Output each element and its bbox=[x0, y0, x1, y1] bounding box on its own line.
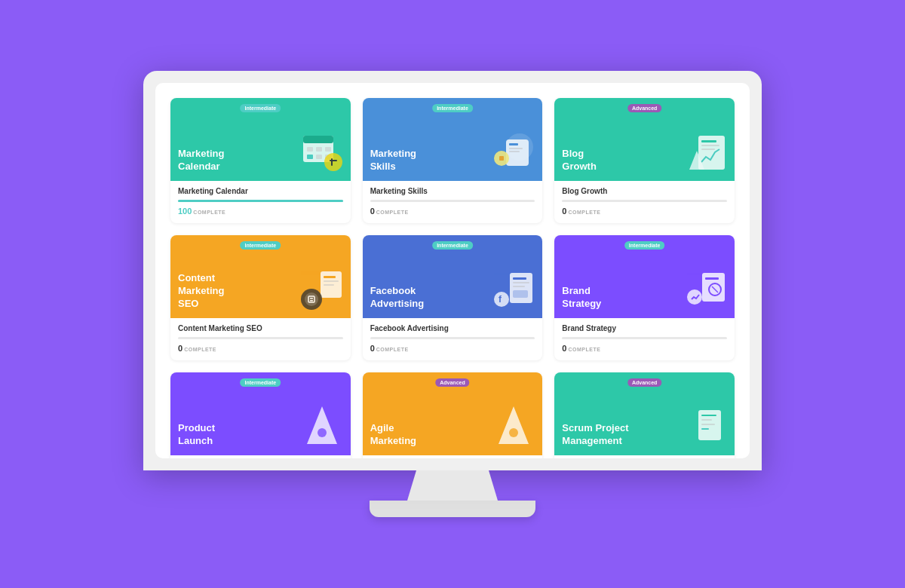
screen-content[interactable]: Intermediate MarketingCalendar bbox=[155, 83, 750, 458]
svg-rect-40 bbox=[705, 277, 719, 280]
svg-rect-13 bbox=[509, 143, 518, 145]
progress-number: 0 bbox=[370, 207, 375, 216]
progress-label: COMPLETE bbox=[193, 210, 225, 215]
course-name: Marketing Skills bbox=[370, 187, 535, 195]
card-thumbnail: Intermediate FacebookAdvertising f bbox=[363, 235, 543, 318]
card-badge: Intermediate bbox=[241, 241, 281, 250]
card-illustration bbox=[299, 258, 345, 318]
svg-rect-30 bbox=[310, 298, 313, 299]
svg-rect-5 bbox=[307, 155, 313, 159]
card-thumb-title: FacebookAdvertising bbox=[370, 285, 425, 311]
card-thumbnail: Intermediate MarketingCalendar bbox=[170, 98, 351, 181]
progress-fill bbox=[178, 200, 343, 202]
card-illustration bbox=[683, 121, 729, 181]
svg-rect-14 bbox=[509, 148, 523, 149]
card-illustration bbox=[683, 395, 729, 455]
course-card-agile-marketing[interactable]: Advanced AgileMarketing Agile Marketing bbox=[363, 372, 543, 458]
monitor: Intermediate MarketingCalendar bbox=[143, 71, 762, 517]
course-card-marketing-calendar[interactable]: Intermediate MarketingCalendar bbox=[170, 98, 351, 223]
svg-rect-9 bbox=[331, 158, 333, 166]
progress-label: COMPLETE bbox=[568, 347, 600, 352]
svg-rect-17 bbox=[499, 156, 504, 161]
card-thumb-title: MarketingCalendar bbox=[178, 148, 224, 173]
card-thumbnail: Intermediate ProductLaunch bbox=[170, 372, 351, 455]
course-card-brand-strategy[interactable]: Intermediate BrandStrategy bbox=[554, 235, 735, 360]
course-card-product-launch[interactable]: Intermediate ProductLaunch Product Launc… bbox=[170, 372, 351, 458]
svg-rect-34 bbox=[513, 282, 529, 283]
course-name: Blog Growth bbox=[562, 187, 727, 195]
card-thumbnail: Intermediate MarketingSkills bbox=[363, 98, 543, 181]
progress-stats: 0 COMPLETE bbox=[562, 344, 727, 353]
svg-rect-33 bbox=[513, 277, 526, 280]
course-card-marketing-skills[interactable]: Intermediate MarketingSkills bbox=[363, 98, 543, 223]
svg-rect-1 bbox=[303, 136, 333, 143]
card-body: Facebook Advertising 0 COMPLETE bbox=[363, 318, 543, 360]
progress-label: COMPLETE bbox=[376, 347, 409, 352]
card-thumb-title: AgileMarketing bbox=[370, 422, 416, 448]
card-thumb-title: Scrum ProjectManagement bbox=[562, 422, 628, 448]
progress-stats: 0 COMPLETE bbox=[562, 207, 727, 216]
svg-rect-31 bbox=[310, 300, 313, 302]
course-card-blog-growth[interactable]: Advanced BlogGrowth bbox=[554, 98, 735, 223]
monitor-base bbox=[370, 501, 535, 517]
card-body: Product Launch bbox=[170, 455, 351, 458]
progress-stats: 100 COMPLETE bbox=[178, 207, 343, 216]
card-illustration bbox=[683, 258, 729, 318]
progress-stats: 0 COMPLETE bbox=[370, 207, 535, 216]
card-body: Marketing Skills 0 COMPLETE bbox=[363, 181, 543, 223]
course-name: Brand Strategy bbox=[562, 324, 727, 332]
course-name: Content Marketing SEO bbox=[178, 324, 343, 332]
card-thumbnail: Advanced AgileMarketing bbox=[363, 372, 543, 455]
progress-track bbox=[562, 200, 727, 202]
card-illustration: f bbox=[491, 258, 536, 318]
card-illustration bbox=[299, 121, 345, 181]
svg-rect-26 bbox=[324, 284, 334, 286]
card-badge: Advanced bbox=[435, 378, 469, 387]
svg-rect-50 bbox=[701, 419, 712, 421]
svg-point-8 bbox=[324, 153, 342, 171]
course-card-scrum-project-management[interactable]: Advanced Scrum ProjectManagement bbox=[554, 372, 735, 458]
course-name: Marketing Calendar bbox=[178, 187, 343, 195]
card-illustration bbox=[299, 395, 345, 455]
card-thumb-title: ContentMarketingSEO bbox=[178, 272, 224, 311]
card-body: Agile Marketing bbox=[363, 455, 543, 458]
course-card-facebook-advertising[interactable]: Intermediate FacebookAdvertising f bbox=[363, 235, 543, 360]
progress-track bbox=[178, 200, 343, 202]
course-name: Facebook Advertising bbox=[370, 324, 535, 332]
svg-rect-20 bbox=[701, 145, 719, 146]
svg-point-37 bbox=[494, 292, 509, 307]
card-body: Marketing Calendar 100 COMPLETE bbox=[170, 181, 351, 223]
card-thumb-title: ProductLaunch bbox=[178, 422, 215, 448]
card-thumb-title: MarketingSkills bbox=[370, 148, 416, 173]
card-thumb-title: BrandStrategy bbox=[562, 285, 601, 311]
svg-rect-2 bbox=[307, 147, 313, 152]
card-badge: Intermediate bbox=[432, 104, 473, 112]
card-badge: Advanced bbox=[627, 378, 661, 387]
card-body: Brand Strategy 0 COMPLETE bbox=[554, 318, 735, 360]
svg-point-28 bbox=[305, 292, 318, 306]
card-thumbnail: Advanced BlogGrowth bbox=[554, 98, 735, 181]
svg-rect-21 bbox=[701, 149, 715, 150]
card-thumb-title: BlogGrowth bbox=[562, 148, 597, 173]
card-illustration bbox=[491, 395, 536, 455]
course-card-content-marketing-seo[interactable]: Intermediate ContentMarketingSEO bbox=[170, 235, 351, 360]
card-badge: Intermediate bbox=[241, 104, 281, 112]
card-body: Blog Growth 0 COMPLETE bbox=[554, 181, 735, 223]
progress-track bbox=[370, 337, 535, 339]
card-badge: Intermediate bbox=[432, 241, 473, 250]
svg-rect-36 bbox=[513, 290, 528, 298]
svg-rect-52 bbox=[701, 428, 709, 430]
courses-grid: Intermediate MarketingCalendar bbox=[170, 98, 735, 458]
card-illustration bbox=[491, 121, 536, 181]
progress-number: 0 bbox=[178, 344, 183, 353]
svg-rect-4 bbox=[325, 147, 331, 152]
card-badge: Intermediate bbox=[624, 241, 665, 250]
card-body: Scrum Project Management bbox=[554, 455, 735, 458]
progress-number: 100 bbox=[178, 207, 192, 216]
progress-stats: 0 COMPLETE bbox=[370, 344, 535, 353]
svg-rect-49 bbox=[701, 415, 716, 416]
progress-label: COMPLETE bbox=[568, 210, 600, 215]
svg-marker-44 bbox=[307, 406, 337, 444]
card-thumbnail: Intermediate BrandStrategy bbox=[554, 235, 735, 318]
progress-track bbox=[178, 337, 343, 339]
